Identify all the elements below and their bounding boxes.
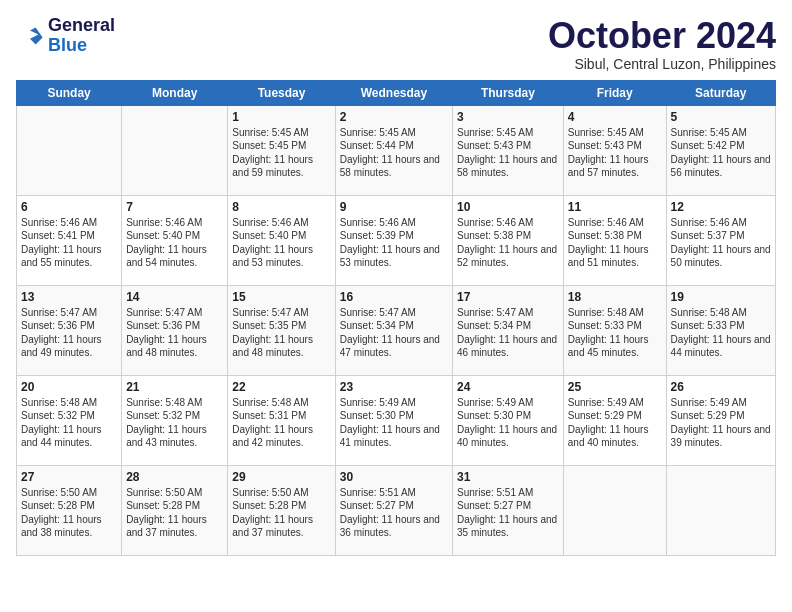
col-header-saturday: Saturday bbox=[666, 80, 775, 105]
day-number: 23 bbox=[340, 380, 448, 394]
day-info: Sunrise: 5:46 AMSunset: 5:40 PMDaylight:… bbox=[126, 216, 223, 270]
day-info: Sunrise: 5:47 AMSunset: 5:34 PMDaylight:… bbox=[457, 306, 559, 360]
day-cell: 4Sunrise: 5:45 AMSunset: 5:43 PMDaylight… bbox=[563, 105, 666, 195]
day-number: 20 bbox=[21, 380, 117, 394]
day-info: Sunrise: 5:47 AMSunset: 5:35 PMDaylight:… bbox=[232, 306, 330, 360]
day-number: 2 bbox=[340, 110, 448, 124]
day-cell: 25Sunrise: 5:49 AMSunset: 5:29 PMDayligh… bbox=[563, 375, 666, 465]
day-number: 17 bbox=[457, 290, 559, 304]
day-info: Sunrise: 5:46 AMSunset: 5:40 PMDaylight:… bbox=[232, 216, 330, 270]
day-number: 24 bbox=[457, 380, 559, 394]
day-info: Sunrise: 5:48 AMSunset: 5:33 PMDaylight:… bbox=[568, 306, 662, 360]
day-info: Sunrise: 5:48 AMSunset: 5:31 PMDaylight:… bbox=[232, 396, 330, 450]
day-cell: 6Sunrise: 5:46 AMSunset: 5:41 PMDaylight… bbox=[17, 195, 122, 285]
day-info: Sunrise: 5:50 AMSunset: 5:28 PMDaylight:… bbox=[21, 486, 117, 540]
day-cell: 14Sunrise: 5:47 AMSunset: 5:36 PMDayligh… bbox=[122, 285, 228, 375]
day-cell: 5Sunrise: 5:45 AMSunset: 5:42 PMDaylight… bbox=[666, 105, 775, 195]
day-cell: 21Sunrise: 5:48 AMSunset: 5:32 PMDayligh… bbox=[122, 375, 228, 465]
day-number: 14 bbox=[126, 290, 223, 304]
calendar-table: SundayMondayTuesdayWednesdayThursdayFrid… bbox=[16, 80, 776, 556]
day-info: Sunrise: 5:49 AMSunset: 5:30 PMDaylight:… bbox=[457, 396, 559, 450]
col-header-wednesday: Wednesday bbox=[335, 80, 452, 105]
day-cell: 3Sunrise: 5:45 AMSunset: 5:43 PMDaylight… bbox=[453, 105, 564, 195]
week-row-4: 20Sunrise: 5:48 AMSunset: 5:32 PMDayligh… bbox=[17, 375, 776, 465]
week-row-5: 27Sunrise: 5:50 AMSunset: 5:28 PMDayligh… bbox=[17, 465, 776, 555]
day-cell: 15Sunrise: 5:47 AMSunset: 5:35 PMDayligh… bbox=[228, 285, 335, 375]
day-info: Sunrise: 5:47 AMSunset: 5:36 PMDaylight:… bbox=[21, 306, 117, 360]
day-cell: 17Sunrise: 5:47 AMSunset: 5:34 PMDayligh… bbox=[453, 285, 564, 375]
day-cell: 29Sunrise: 5:50 AMSunset: 5:28 PMDayligh… bbox=[228, 465, 335, 555]
week-row-2: 6Sunrise: 5:46 AMSunset: 5:41 PMDaylight… bbox=[17, 195, 776, 285]
day-cell bbox=[666, 465, 775, 555]
day-cell: 24Sunrise: 5:49 AMSunset: 5:30 PMDayligh… bbox=[453, 375, 564, 465]
day-cell: 30Sunrise: 5:51 AMSunset: 5:27 PMDayligh… bbox=[335, 465, 452, 555]
day-number: 19 bbox=[671, 290, 771, 304]
day-info: Sunrise: 5:46 AMSunset: 5:39 PMDaylight:… bbox=[340, 216, 448, 270]
logo-line1: General bbox=[48, 16, 115, 36]
day-cell: 7Sunrise: 5:46 AMSunset: 5:40 PMDaylight… bbox=[122, 195, 228, 285]
col-header-sunday: Sunday bbox=[17, 80, 122, 105]
day-cell bbox=[17, 105, 122, 195]
day-cell: 20Sunrise: 5:48 AMSunset: 5:32 PMDayligh… bbox=[17, 375, 122, 465]
day-cell: 28Sunrise: 5:50 AMSunset: 5:28 PMDayligh… bbox=[122, 465, 228, 555]
logo-text: General Blue bbox=[48, 16, 115, 56]
day-number: 5 bbox=[671, 110, 771, 124]
day-number: 4 bbox=[568, 110, 662, 124]
day-info: Sunrise: 5:50 AMSunset: 5:28 PMDaylight:… bbox=[232, 486, 330, 540]
logo: General Blue bbox=[16, 16, 115, 56]
day-cell: 27Sunrise: 5:50 AMSunset: 5:28 PMDayligh… bbox=[17, 465, 122, 555]
day-info: Sunrise: 5:48 AMSunset: 5:32 PMDaylight:… bbox=[21, 396, 117, 450]
day-number: 9 bbox=[340, 200, 448, 214]
col-header-thursday: Thursday bbox=[453, 80, 564, 105]
day-info: Sunrise: 5:45 AMSunset: 5:44 PMDaylight:… bbox=[340, 126, 448, 180]
day-number: 26 bbox=[671, 380, 771, 394]
day-cell bbox=[122, 105, 228, 195]
day-number: 16 bbox=[340, 290, 448, 304]
day-info: Sunrise: 5:45 AMSunset: 5:45 PMDaylight:… bbox=[232, 126, 330, 180]
day-cell: 12Sunrise: 5:46 AMSunset: 5:37 PMDayligh… bbox=[666, 195, 775, 285]
day-number: 30 bbox=[340, 470, 448, 484]
day-info: Sunrise: 5:45 AMSunset: 5:43 PMDaylight:… bbox=[457, 126, 559, 180]
page-header: General Blue October 2024 Sibul, Central… bbox=[16, 16, 776, 72]
week-row-1: 1Sunrise: 5:45 AMSunset: 5:45 PMDaylight… bbox=[17, 105, 776, 195]
day-info: Sunrise: 5:50 AMSunset: 5:28 PMDaylight:… bbox=[126, 486, 223, 540]
day-number: 31 bbox=[457, 470, 559, 484]
logo-icon bbox=[16, 22, 44, 50]
day-cell: 26Sunrise: 5:49 AMSunset: 5:29 PMDayligh… bbox=[666, 375, 775, 465]
day-cell: 22Sunrise: 5:48 AMSunset: 5:31 PMDayligh… bbox=[228, 375, 335, 465]
day-info: Sunrise: 5:49 AMSunset: 5:30 PMDaylight:… bbox=[340, 396, 448, 450]
day-number: 12 bbox=[671, 200, 771, 214]
day-cell: 31Sunrise: 5:51 AMSunset: 5:27 PMDayligh… bbox=[453, 465, 564, 555]
week-row-3: 13Sunrise: 5:47 AMSunset: 5:36 PMDayligh… bbox=[17, 285, 776, 375]
header-row: SundayMondayTuesdayWednesdayThursdayFrid… bbox=[17, 80, 776, 105]
day-info: Sunrise: 5:51 AMSunset: 5:27 PMDaylight:… bbox=[340, 486, 448, 540]
day-number: 21 bbox=[126, 380, 223, 394]
day-number: 7 bbox=[126, 200, 223, 214]
day-number: 1 bbox=[232, 110, 330, 124]
day-info: Sunrise: 5:51 AMSunset: 5:27 PMDaylight:… bbox=[457, 486, 559, 540]
col-header-friday: Friday bbox=[563, 80, 666, 105]
day-info: Sunrise: 5:46 AMSunset: 5:41 PMDaylight:… bbox=[21, 216, 117, 270]
month-title: October 2024 bbox=[548, 16, 776, 56]
day-cell: 18Sunrise: 5:48 AMSunset: 5:33 PMDayligh… bbox=[563, 285, 666, 375]
day-cell bbox=[563, 465, 666, 555]
day-info: Sunrise: 5:48 AMSunset: 5:32 PMDaylight:… bbox=[126, 396, 223, 450]
day-cell: 2Sunrise: 5:45 AMSunset: 5:44 PMDaylight… bbox=[335, 105, 452, 195]
day-number: 22 bbox=[232, 380, 330, 394]
day-number: 15 bbox=[232, 290, 330, 304]
col-header-tuesday: Tuesday bbox=[228, 80, 335, 105]
title-block: October 2024 Sibul, Central Luzon, Phili… bbox=[548, 16, 776, 72]
day-cell: 1Sunrise: 5:45 AMSunset: 5:45 PMDaylight… bbox=[228, 105, 335, 195]
location-subtitle: Sibul, Central Luzon, Philippines bbox=[548, 56, 776, 72]
day-number: 28 bbox=[126, 470, 223, 484]
logo-line2: Blue bbox=[48, 36, 115, 56]
day-number: 3 bbox=[457, 110, 559, 124]
day-cell: 10Sunrise: 5:46 AMSunset: 5:38 PMDayligh… bbox=[453, 195, 564, 285]
day-cell: 23Sunrise: 5:49 AMSunset: 5:30 PMDayligh… bbox=[335, 375, 452, 465]
day-number: 18 bbox=[568, 290, 662, 304]
day-info: Sunrise: 5:46 AMSunset: 5:37 PMDaylight:… bbox=[671, 216, 771, 270]
day-number: 13 bbox=[21, 290, 117, 304]
day-info: Sunrise: 5:45 AMSunset: 5:42 PMDaylight:… bbox=[671, 126, 771, 180]
day-number: 10 bbox=[457, 200, 559, 214]
day-cell: 16Sunrise: 5:47 AMSunset: 5:34 PMDayligh… bbox=[335, 285, 452, 375]
